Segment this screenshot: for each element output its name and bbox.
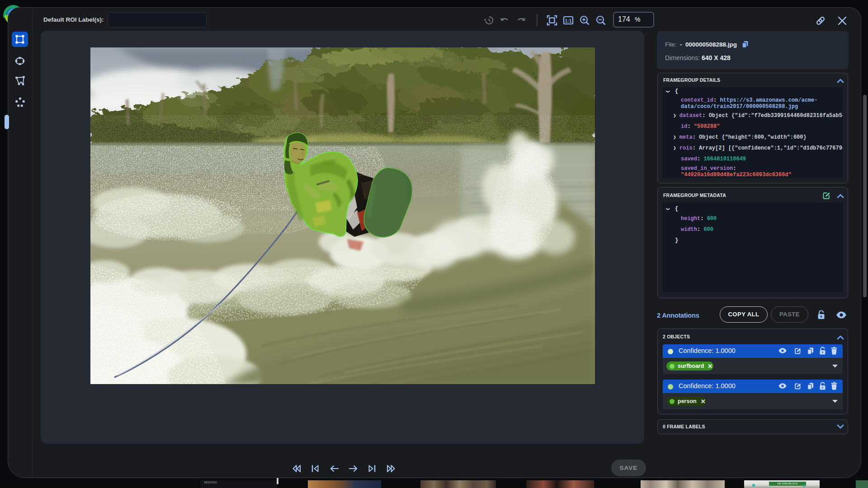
svg-text:1:1: 1:1 [565,19,572,23]
